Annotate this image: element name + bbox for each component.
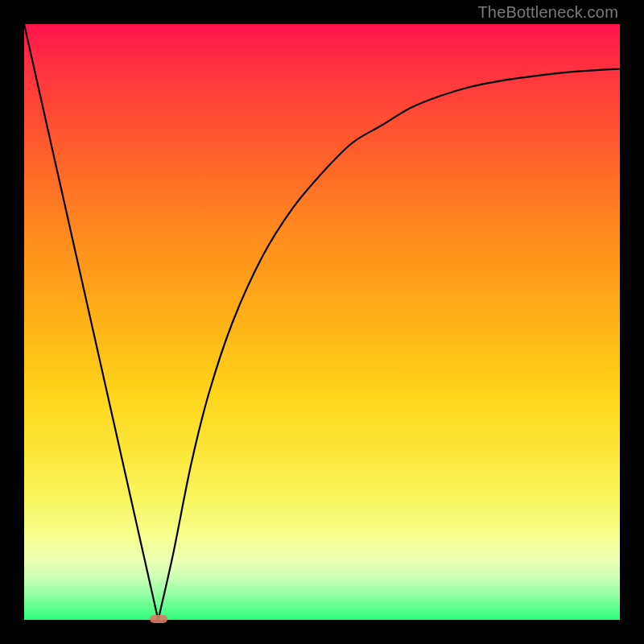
curve-svg — [24, 24, 620, 620]
chart-frame: TheBottleneck.com — [0, 0, 644, 644]
dip-marker — [150, 615, 167, 623]
plot-area — [24, 24, 620, 620]
bottleneck-curve — [24, 24, 620, 620]
watermark-text: TheBottleneck.com — [477, 3, 618, 22]
